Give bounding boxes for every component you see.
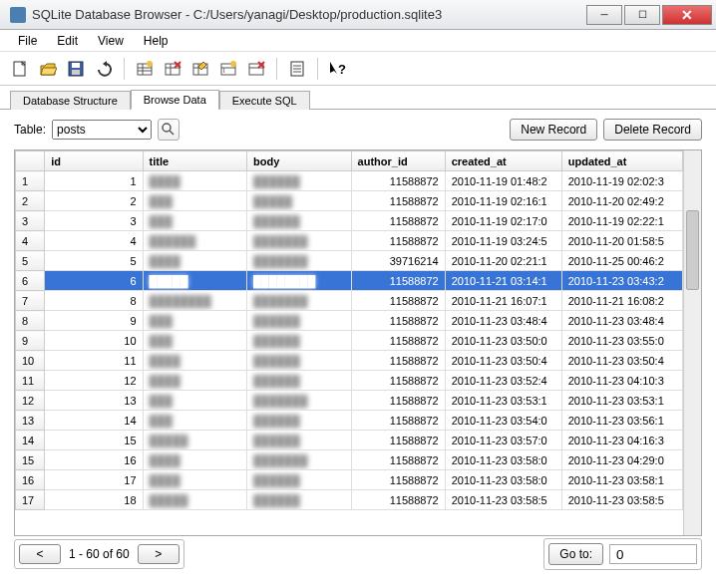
row-number[interactable]: 6	[16, 271, 45, 291]
cell-title[interactable]: ████	[143, 251, 247, 271]
cell-created-at[interactable]: 2010-11-19 03:24:5	[445, 231, 561, 251]
row-number[interactable]: 9	[16, 331, 45, 351]
cell-created-at[interactable]: 2010-11-23 03:53:1	[445, 391, 561, 411]
cell-id[interactable]: 17	[45, 470, 143, 490]
table-row[interactable]: 1516███████████115888722010-11-23 03:58:…	[16, 450, 683, 470]
col-body[interactable]: body	[247, 151, 352, 171]
cell-id[interactable]: 2	[45, 191, 143, 211]
log-icon[interactable]	[285, 57, 309, 81]
row-number[interactable]: 1	[16, 171, 45, 191]
cell-id[interactable]: 10	[45, 331, 143, 351]
cell-author-id[interactable]: 11588872	[351, 450, 445, 470]
cell-created-at[interactable]: 2010-11-23 03:58:5	[445, 490, 561, 510]
cell-title[interactable]: ██████	[143, 231, 247, 251]
cell-title[interactable]: █████	[143, 431, 247, 450]
table-row[interactable]: 78███████████████115888722010-11-21 16:0…	[16, 291, 683, 311]
row-number[interactable]: 8	[16, 311, 45, 331]
cell-updated-at[interactable]: 2010-11-19 02:22:1	[561, 211, 682, 231]
row-number[interactable]: 3	[16, 211, 45, 231]
cell-author-id[interactable]: 11588872	[351, 470, 445, 490]
table-row[interactable]: 66█████████████115888722010-11-21 03:14:…	[16, 271, 683, 291]
create-index-icon[interactable]: i	[216, 57, 240, 81]
menu-view[interactable]: View	[88, 34, 134, 48]
tab-browse[interactable]: Browse Data	[131, 90, 219, 110]
save-database-icon[interactable]	[64, 57, 88, 81]
cell-body[interactable]: ██████	[247, 371, 352, 391]
cell-title[interactable]: ████	[143, 470, 247, 490]
cell-title[interactable]: ███	[143, 411, 247, 431]
cell-id[interactable]: 13	[45, 391, 143, 411]
cell-body[interactable]: ███████	[247, 251, 352, 271]
menu-file[interactable]: File	[8, 34, 47, 48]
cell-created-at[interactable]: 2010-11-19 02:17:0	[445, 211, 561, 231]
row-number[interactable]: 16	[16, 470, 45, 490]
cell-id[interactable]: 6	[45, 271, 143, 291]
next-page-button[interactable]: >	[138, 544, 179, 564]
cell-updated-at[interactable]: 2010-11-23 03:43:2	[561, 271, 682, 291]
cell-id[interactable]: 4	[45, 231, 143, 251]
cell-body[interactable]: ██████	[247, 311, 352, 331]
new-database-icon[interactable]	[8, 57, 32, 81]
cell-body[interactable]: ███████	[247, 291, 352, 311]
cell-body[interactable]: ██████	[247, 490, 352, 510]
cell-id[interactable]: 5	[45, 251, 143, 271]
cell-updated-at[interactable]: 2010-11-23 03:55:0	[561, 331, 682, 351]
cell-updated-at[interactable]: 2010-11-23 03:53:1	[561, 391, 682, 411]
cell-title[interactable]: ███	[143, 391, 247, 411]
whats-this-icon[interactable]: ?	[326, 57, 350, 81]
cell-id[interactable]: 14	[45, 411, 143, 431]
table-row[interactable]: 910█████████115888722010-11-23 03:50:020…	[16, 331, 683, 351]
row-number[interactable]: 12	[16, 391, 45, 411]
cell-id[interactable]: 15	[45, 431, 143, 450]
cell-id[interactable]: 18	[45, 490, 143, 510]
row-number[interactable]: 2	[16, 191, 45, 211]
cell-title[interactable]: ███	[143, 331, 247, 351]
data-table[interactable]: id title body author_id created_at updat…	[15, 150, 683, 510]
close-button[interactable]: ✕	[662, 5, 712, 25]
cell-updated-at[interactable]: 2010-11-23 03:56:1	[561, 411, 682, 431]
col-id[interactable]: id	[45, 151, 143, 171]
cell-updated-at[interactable]: 2010-11-23 04:16:3	[561, 431, 682, 450]
row-number[interactable]: 17	[16, 490, 45, 510]
cell-author-id[interactable]: 11588872	[351, 171, 445, 191]
table-row[interactable]: 1617██████████115888722010-11-23 03:58:0…	[16, 470, 683, 490]
table-row[interactable]: 33█████████115888722010-11-19 02:17:0201…	[16, 211, 683, 231]
cell-title[interactable]: ███	[143, 311, 247, 331]
modify-table-icon[interactable]	[188, 57, 212, 81]
col-rownum[interactable]	[16, 151, 45, 171]
cell-id[interactable]: 11	[45, 351, 143, 371]
cell-updated-at[interactable]: 2010-11-23 04:10:3	[561, 371, 682, 391]
table-row[interactable]: 55███████████397162142010-11-20 02:21:12…	[16, 251, 683, 271]
cell-author-id[interactable]: 11588872	[351, 331, 445, 351]
menu-edit[interactable]: Edit	[47, 34, 88, 48]
cell-created-at[interactable]: 2010-11-21 03:14:1	[445, 271, 561, 291]
cell-title[interactable]: ████	[143, 450, 247, 470]
col-author-id[interactable]: author_id	[351, 151, 445, 171]
table-row[interactable]: 22████████115888722010-11-19 02:16:12010…	[16, 191, 683, 211]
cell-updated-at[interactable]: 2010-11-20 01:58:5	[561, 231, 682, 251]
cell-author-id[interactable]: 11588872	[351, 211, 445, 231]
row-number[interactable]: 4	[16, 231, 45, 251]
minimize-button[interactable]: ─	[586, 5, 622, 25]
cell-title[interactable]: █████	[143, 271, 247, 291]
cell-updated-at[interactable]: 2010-11-20 02:49:2	[561, 191, 682, 211]
goto-button[interactable]: Go to:	[548, 543, 603, 565]
cell-created-at[interactable]: 2010-11-23 03:52:4	[445, 371, 561, 391]
col-updated-at[interactable]: updated_at	[561, 151, 682, 171]
cell-updated-at[interactable]: 2010-11-23 04:29:0	[561, 450, 682, 470]
cell-id[interactable]: 9	[45, 311, 143, 331]
cell-body[interactable]: ██████	[247, 171, 352, 191]
goto-input[interactable]	[609, 544, 697, 564]
cell-author-id[interactable]: 11588872	[351, 371, 445, 391]
table-row[interactable]: 11██████████115888722010-11-19 01:48:220…	[16, 171, 683, 191]
table-row[interactable]: 1415███████████115888722010-11-23 03:57:…	[16, 431, 683, 450]
cell-created-at[interactable]: 2010-11-19 01:48:2	[445, 171, 561, 191]
cell-updated-at[interactable]: 2010-11-25 00:46:2	[561, 251, 682, 271]
cell-created-at[interactable]: 2010-11-23 03:50:0	[445, 331, 561, 351]
menu-help[interactable]: Help	[134, 34, 179, 48]
cell-created-at[interactable]: 2010-11-20 02:21:1	[445, 251, 561, 271]
cell-created-at[interactable]: 2010-11-21 16:07:1	[445, 291, 561, 311]
cell-body[interactable]: ███████	[247, 231, 352, 251]
cell-body[interactable]: ███████	[247, 391, 352, 411]
cell-title[interactable]: ███	[143, 211, 247, 231]
